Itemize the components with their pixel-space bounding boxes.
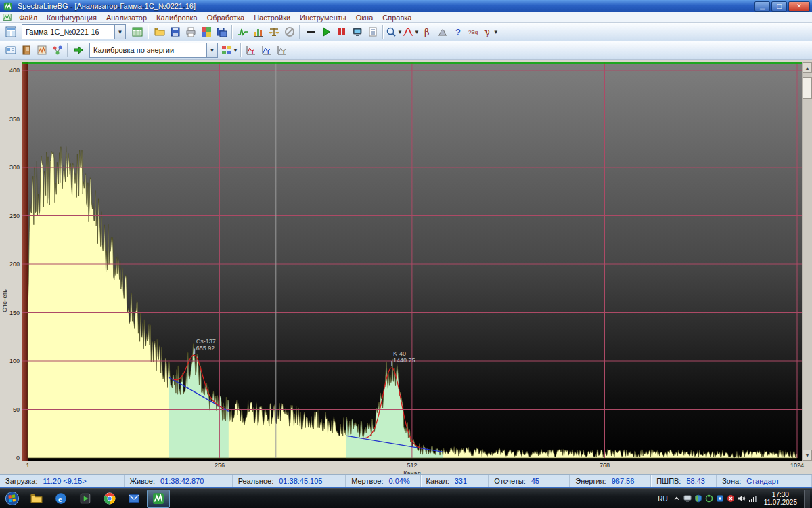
taskbar: e RU 17:30 11.07.2025 [0, 488, 812, 508]
table-icon [132, 26, 143, 37]
histogram-button[interactable] [250, 24, 266, 39]
menu-windows[interactable]: Окна [351, 14, 378, 22]
open-spectrum-button[interactable] [152, 24, 167, 39]
chevron-down-icon[interactable]: ▼ [114, 25, 125, 39]
wave-icon [238, 26, 248, 37]
toolbar-separator [67, 43, 68, 57]
start-button[interactable] [0, 490, 24, 508]
media-icon [79, 492, 91, 505]
display-tray-icon[interactable] [683, 494, 692, 503]
save-spectrum-button[interactable] [167, 24, 183, 39]
spectraline-taskbar-button[interactable] [147, 490, 170, 508]
svg-text:?Bq: ?Bq [468, 29, 478, 35]
menu-bar: Файл Конфигурация Анализатор Калибровка … [0, 12, 812, 23]
y-axis-tick-label: 0 [0, 454, 20, 461]
bars-icon [253, 26, 264, 37]
print-button[interactable] [183, 24, 198, 39]
pause-acquisition-button[interactable] [334, 24, 349, 39]
clear-button[interactable] [281, 24, 297, 39]
calibration-selector[interactable]: Калибровка по энергии ▼ [89, 43, 218, 58]
report-info-button[interactable]: i [275, 43, 290, 58]
media-player-taskbar-button[interactable] [74, 490, 97, 508]
area-calc-button[interactable] [435, 24, 451, 39]
messenger-tray-icon[interactable] [716, 494, 725, 503]
nuclide-library-button[interactable] [49, 43, 65, 58]
mail-icon [128, 492, 140, 505]
color-save-icon [201, 26, 212, 37]
zoom-button[interactable]: ▼ [386, 24, 403, 39]
menu-configuration[interactable]: Конфигурация [42, 14, 102, 22]
spectrum-selector[interactable]: Гамма-1С_№0221-16 ▼ [22, 24, 126, 39]
beta-icon: β [422, 26, 432, 37]
beta-analysis-button[interactable]: β [420, 24, 435, 39]
update-tray-icon[interactable] [705, 494, 714, 503]
hidden-icons-chevron[interactable] [673, 494, 681, 503]
activity-bq-button[interactable]: ?Bq [466, 24, 482, 39]
identify-button[interactable]: ? [451, 24, 466, 39]
x-axis-tick-label: 1024 [782, 462, 812, 469]
language-indicator[interactable]: RU [656, 495, 669, 503]
spectrum-info-button[interactable]: i [244, 43, 259, 58]
export-color-button[interactable] [198, 24, 214, 39]
minimize-button[interactable]: ▁ [754, 1, 770, 12]
protocol-button[interactable] [365, 24, 380, 39]
apply-calibration-button[interactable] [70, 43, 86, 58]
network-icon[interactable] [748, 494, 757, 503]
folder-taskbar-button[interactable] [25, 490, 48, 508]
save-all-button[interactable] [214, 24, 229, 39]
peak-search-button[interactable]: ▼ [403, 24, 420, 39]
efficiency-button[interactable] [266, 24, 281, 39]
start-acquisition-button[interactable] [318, 24, 334, 39]
chevron-down-icon[interactable]: ▼ [493, 29, 499, 35]
view-options-button[interactable]: ▼ [221, 43, 238, 58]
mail-taskbar-button[interactable] [122, 490, 145, 508]
menu-file[interactable]: Файл [14, 14, 42, 22]
svg-text:i: i [283, 48, 285, 55]
close-button[interactable]: ✕ [788, 1, 810, 12]
journal-button[interactable] [18, 43, 34, 58]
y-axis-tick-label: 150 [0, 310, 20, 316]
spectra-table-button[interactable] [129, 24, 145, 39]
peak-energy-label: 1440.75 [393, 357, 415, 364]
status-bar: Загрузка:11.20 <9.15> Живое:01:38:42.870… [0, 474, 812, 487]
menu-tools[interactable]: Инструменты [295, 14, 351, 22]
menu-processing[interactable]: Обработка [202, 14, 249, 22]
clock[interactable]: 17:30 11.07.2025 [760, 491, 801, 506]
chevron-down-icon[interactable]: ▼ [397, 29, 403, 35]
menu-calibration[interactable]: Калибровка [152, 14, 202, 22]
y-axis-tick-label: 300 [0, 164, 20, 171]
vertical-scrollbar[interactable]: ▲ ▼ [802, 62, 812, 461]
zoom-icon [386, 26, 397, 37]
error-tray-icon[interactable] [727, 494, 736, 503]
spectrum-plot[interactable]: Cs-137655.92K-401440.75 [22, 62, 803, 461]
detector-monitor-button[interactable] [349, 24, 365, 39]
peak-info-button[interactable]: i [259, 43, 275, 58]
menu-analyzer[interactable]: Анализатор [102, 14, 152, 22]
chevron-down-icon[interactable]: ▼ [206, 43, 217, 57]
status-live-time: Живое:01:38:42.870 [125, 475, 233, 487]
play-icon [321, 26, 332, 37]
show-desktop-button[interactable] [804, 490, 810, 508]
spectrum-library-button[interactable] [34, 43, 49, 58]
explorer-taskbar-button[interactable]: e [49, 490, 72, 508]
workspace-button[interactable] [3, 24, 18, 39]
menu-settings[interactable]: Настройки [249, 14, 295, 22]
scroll-down-icon[interactable]: ▼ [803, 450, 812, 461]
chevron-down-icon[interactable]: ▼ [414, 29, 420, 35]
toolbar-separator [382, 25, 384, 39]
volume-icon[interactable] [738, 494, 746, 503]
window-title: SpectraLineBG - [Анализатор-Гамма-1С_№02… [18, 2, 754, 10]
chevron-down-icon[interactable]: ▼ [233, 47, 238, 54]
menu-help[interactable]: Справка [378, 14, 416, 22]
scrollbar-thumb[interactable] [803, 77, 812, 99]
shield-tray-icon[interactable] [694, 494, 703, 503]
calibration-id-button[interactable] [3, 43, 18, 58]
baseline-tool-button[interactable] [302, 24, 318, 39]
smoothing-button[interactable] [235, 24, 250, 39]
svg-text:?: ? [455, 27, 461, 37]
maximize-button[interactable]: ▢ [771, 1, 787, 12]
chrome-taskbar-button[interactable] [98, 490, 121, 508]
scroll-up-icon[interactable]: ▲ [803, 62, 812, 73]
spectra-icon [152, 492, 164, 505]
gamma-analysis-button[interactable]: γ▼ [482, 24, 499, 39]
